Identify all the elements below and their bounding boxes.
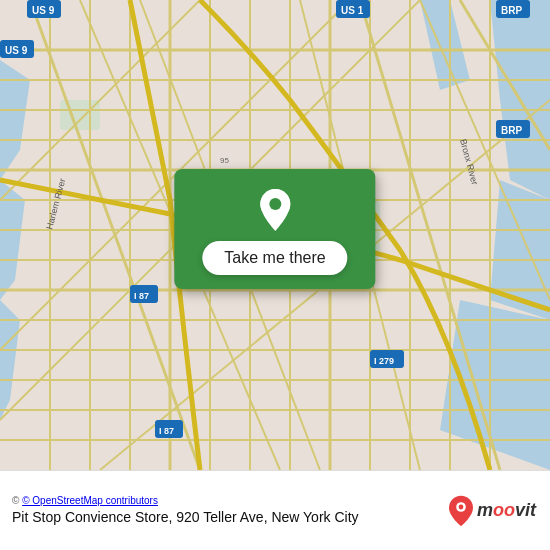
- location-name: Pit Stop Convience Store, 920 Teller Ave…: [12, 508, 359, 526]
- footer: © © OpenStreetMap contributors Pit Stop …: [0, 470, 550, 550]
- footer-info: © © OpenStreetMap contributors Pit Stop …: [12, 495, 359, 526]
- osm-link[interactable]: © OpenStreetMap contributors: [22, 495, 158, 506]
- svg-point-62: [459, 504, 464, 509]
- moovit-pin-icon: [445, 495, 477, 527]
- svg-point-60: [269, 198, 281, 210]
- location-button-overlay: Take me there: [174, 169, 375, 289]
- moovit-text: moovit: [477, 500, 536, 521]
- map-container: US 9 US 9 US 1 BRP BRP I 87 I 87 I 279 H…: [0, 0, 550, 470]
- moovit-logo: moovit: [445, 495, 536, 527]
- svg-text:BRP: BRP: [501, 125, 522, 136]
- svg-text:I 87: I 87: [134, 291, 149, 301]
- svg-text:BRP: BRP: [501, 5, 522, 16]
- map-pin-icon: [256, 187, 294, 233]
- svg-text:I 279: I 279: [374, 356, 394, 366]
- svg-rect-2: [60, 100, 100, 130]
- take-me-there-button[interactable]: Take me there: [202, 241, 347, 275]
- osm-attribution: © © OpenStreetMap contributors: [12, 495, 359, 506]
- svg-text:I 87: I 87: [159, 426, 174, 436]
- svg-text:US 9: US 9: [32, 5, 55, 16]
- svg-text:US 9: US 9: [5, 45, 28, 56]
- svg-text:95: 95: [220, 156, 229, 165]
- svg-text:US 1: US 1: [341, 5, 364, 16]
- destination-card: Take me there: [174, 169, 375, 289]
